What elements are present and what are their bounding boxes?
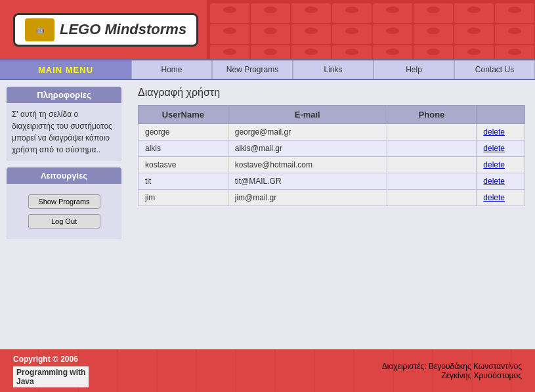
cell-username: george [139,124,228,141]
delete-link[interactable]: delete [483,160,505,169]
col-header-action [477,106,525,124]
navbar-title: MAIN MENU [0,65,131,75]
col-header-email: E-mail [228,106,387,124]
info-title: Πληροφορίες [7,87,121,103]
header: 🤖 LEGO Mindstorms [0,0,535,59]
col-header-phone: Phone [387,106,477,124]
sidebar: Πληροφορίες Σ' αυτή τη σελίδα ο διαχειρι… [0,80,128,349]
cell-phone [387,173,477,190]
cell-email: alkis@mail.gr [228,141,387,157]
cell-phone [387,124,477,141]
cell-action: delete [477,173,525,190]
functions-content: Show Programs Log Out [7,184,121,239]
show-programs-button[interactable]: Show Programs [28,194,100,209]
footer-copyright: Copyright © 2006 [13,355,89,364]
table-row: alkis alkis@mail.gr delete [139,141,525,157]
col-header-username: UserName [139,106,228,124]
content-area: Διαγραφή χρήστη UserName E-mail Phone ge… [128,80,535,349]
user-table: UserName E-mail Phone george george@mail… [138,105,525,206]
cell-username: jim [139,190,228,206]
footer-prog-text: Programming with Java [13,366,89,387]
navbar: MAIN MENU Home New Programs Links Help C… [0,59,535,80]
functions-title: Λειτουργίες [7,167,121,184]
delete-link[interactable]: delete [483,144,505,153]
info-content: Σ' αυτή τη σελίδα ο διαχειριστής του συσ… [7,103,121,161]
nav-links[interactable]: Links [293,60,374,79]
info-section: Πληροφορίες Σ' αυτή τη σελίδα ο διαχειρι… [7,87,121,161]
nav-help[interactable]: Help [374,60,454,79]
footer-credits-line2: Ζεγκίνης Χρυσόστομος [382,371,522,380]
cell-username: alkis [139,141,228,157]
cell-username: tit [139,173,228,190]
main-content: Πληροφορίες Σ' αυτή τη σελίδα ο διαχειρι… [0,80,535,349]
nav-new-programs[interactable]: New Programs [212,60,293,79]
cell-phone [387,190,477,206]
logo: 🤖 LEGO Mindstorms [13,13,198,47]
table-row: george george@mail.gr delete [139,124,525,141]
functions-section: Λειτουργίες Show Programs Log Out [7,167,121,239]
delete-link[interactable]: delete [483,177,505,186]
logo-icon: 🤖 [25,18,54,41]
footer-prog-line1: Programming with [16,368,85,377]
navbar-links: Home New Programs Links Help Contact Us [131,60,535,79]
cell-action: delete [477,190,525,206]
footer: Copyright © 2006 Programming with Java Δ… [0,349,535,392]
table-row: tit tit@MAIL.GR delete [139,173,525,190]
delete-link[interactable]: delete [483,127,505,137]
cell-phone [387,157,477,173]
nav-home[interactable]: Home [131,60,212,79]
cell-action: delete [477,124,525,141]
cell-email: kostave@hotmail.com [228,157,387,173]
brick-pattern-header [207,0,535,59]
footer-credits-line1: Διαχειριστές: Βεγουδάκης Κωνσταντίνος [382,362,522,371]
table-header-row: UserName E-mail Phone [139,106,525,124]
delete-link[interactable]: delete [483,193,505,202]
logo-text: LEGO Mindstorms [60,21,186,38]
cell-phone [387,141,477,157]
footer-left: Copyright © 2006 Programming with Java [13,355,89,387]
footer-prog-line2: Java [16,377,34,386]
cell-username: kostasve [139,157,228,173]
table-row: jim jim@mail.gr delete [139,190,525,206]
cell-email: jim@mail.gr [228,190,387,206]
nav-contact-us[interactable]: Contact Us [454,60,535,79]
table-row: kostasve kostave@hotmail.com delete [139,157,525,173]
cell-email: tit@MAIL.GR [228,173,387,190]
cell-action: delete [477,141,525,157]
cell-action: delete [477,157,525,173]
logout-button[interactable]: Log Out [28,214,100,229]
content-title: Διαγραφή χρήστη [138,87,525,98]
cell-email: george@mail.gr [228,124,387,141]
footer-credits: Διαχειριστές: Βεγουδάκης Κωνσταντίνος Ζε… [382,362,522,380]
